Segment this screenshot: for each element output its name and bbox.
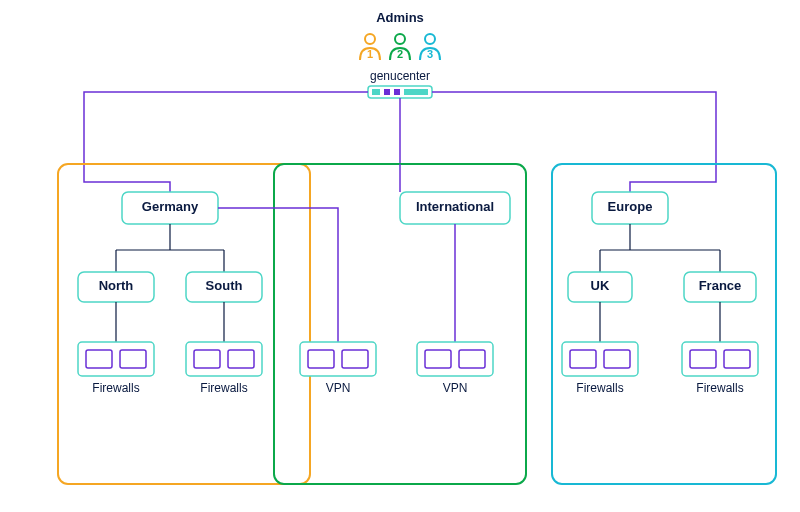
svg-text:2: 2 [397, 48, 403, 60]
admins-heading: Admins [376, 10, 424, 25]
device-firewalls-north [78, 342, 154, 376]
svg-rect-28 [425, 350, 451, 368]
svg-rect-16 [120, 350, 146, 368]
svg-rect-39 [690, 350, 716, 368]
svg-rect-40 [724, 350, 750, 368]
svg-rect-24 [308, 350, 334, 368]
device-vpn-left [300, 342, 376, 376]
svg-text:UK: UK [591, 278, 610, 293]
conn-genucenter-orange [84, 92, 368, 164]
svg-rect-7 [372, 89, 380, 95]
svg-rect-19 [194, 350, 220, 368]
svg-rect-8 [384, 89, 390, 95]
device-firewalls-france [682, 342, 758, 376]
svg-text:VPN: VPN [443, 381, 468, 395]
device-firewalls-south [186, 342, 262, 376]
svg-point-4 [425, 34, 435, 44]
svg-text:VPN: VPN [326, 381, 351, 395]
svg-text:Firewalls: Firewalls [696, 381, 743, 395]
genucenter-label: genucenter [370, 69, 430, 83]
svg-rect-10 [404, 89, 428, 95]
svg-text:1: 1 [367, 48, 373, 60]
svg-rect-15 [86, 350, 112, 368]
svg-point-2 [395, 34, 405, 44]
svg-rect-20 [228, 350, 254, 368]
device-firewalls-uk [562, 342, 638, 376]
admin-2-icon: 2 [390, 34, 410, 60]
svg-text:Germany: Germany [142, 199, 199, 214]
svg-text:Firewalls: Firewalls [576, 381, 623, 395]
svg-rect-29 [459, 350, 485, 368]
network-diagram: Admins 1 2 3 genucenter Germany [0, 0, 800, 512]
svg-text:International: International [416, 199, 494, 214]
svg-rect-35 [570, 350, 596, 368]
admin-1-icon: 1 [360, 34, 380, 60]
svg-rect-9 [394, 89, 400, 95]
svg-text:South: South [206, 278, 243, 293]
svg-text:Firewalls: Firewalls [200, 381, 247, 395]
svg-text:North: North [99, 278, 134, 293]
genucenter-device-icon [368, 86, 432, 98]
svg-text:Europe: Europe [608, 199, 653, 214]
admin-3-icon: 3 [420, 34, 440, 60]
svg-text:Firewalls: Firewalls [92, 381, 139, 395]
svg-rect-25 [342, 350, 368, 368]
svg-text:France: France [699, 278, 742, 293]
svg-text:3: 3 [427, 48, 433, 60]
svg-rect-36 [604, 350, 630, 368]
conn-genucenter-cyan [432, 92, 716, 164]
device-vpn-right [417, 342, 493, 376]
svg-point-0 [365, 34, 375, 44]
